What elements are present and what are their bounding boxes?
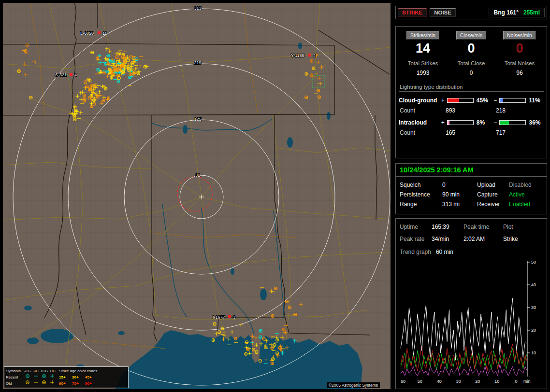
- range-ring-label: 125: [194, 117, 201, 122]
- svg-text:40: 40: [437, 379, 442, 384]
- svg-text:30: 30: [531, 305, 536, 310]
- minus-sign: −: [493, 119, 497, 126]
- status-trend-box: Uptime 165:39 Peak time Plot Peak rate 3…: [395, 218, 547, 389]
- minus-icon: [32, 380, 40, 387]
- intracloud-row: Intracloud + 8% − 36%: [399, 119, 544, 126]
- age-code: 30+: [72, 375, 84, 380]
- intracloud-counts: Count 165 717: [399, 129, 544, 136]
- trend-window-value: 60 min: [436, 249, 453, 255]
- peak-rate-value: 34/min: [432, 236, 463, 242]
- age-code: 75+: [72, 381, 84, 387]
- lightning-map[interactable]: 313 219 125 31 L-6050 11 S-321 4 Y-1186 …: [3, 3, 391, 389]
- legend-col-cgpos: +CG: [40, 368, 48, 374]
- svg-text:50: 50: [531, 260, 536, 265]
- bearing-range-readout: Bng 161° 255mi: [489, 8, 545, 17]
- close-per-min-chip[interactable]: Close/min: [456, 31, 487, 40]
- strikes-per-min-chip[interactable]: Strikes/min: [406, 31, 439, 40]
- noise-toggle-button[interactable]: NOISE: [430, 8, 456, 17]
- cloud-ground-row: Cloud-ground + 45% − 11%: [399, 97, 544, 104]
- squelch-label: Squelch: [400, 182, 442, 188]
- time-settings-box: 10/24/2025 2:09:16 AM Squelch 0 Upload D…: [395, 163, 547, 214]
- age-code: 45+: [85, 375, 97, 380]
- svg-text:Y-1186: Y-1186: [291, 53, 304, 58]
- station-label: L-6050 11: [80, 31, 107, 36]
- noises-per-min-chip[interactable]: Noises/min: [503, 31, 536, 40]
- cg-minus-pct: 11%: [528, 97, 544, 104]
- trend-graph[interactable]: 10203040506050403020100min: [399, 259, 547, 388]
- noises-per-min-value: 0: [495, 41, 544, 56]
- stats-box: Strikes/min 14 Total Strikes 1993 Close/…: [395, 26, 547, 158]
- svg-text:L-6050: L-6050: [80, 31, 94, 36]
- svg-text:4: 4: [74, 72, 77, 77]
- uptime-value: 165:39: [432, 224, 463, 230]
- plus-icon: [48, 380, 57, 387]
- svg-text:4: 4: [313, 53, 316, 58]
- circle-plus-icon: [40, 380, 48, 387]
- persistence-value: 90 min: [442, 191, 477, 198]
- uptime-label: Uptime: [400, 224, 432, 230]
- legend-age-header: Strike age color codes: [57, 368, 127, 374]
- distribution-title: Lightning type distribution: [399, 83, 544, 92]
- cg-minus-count: 218: [496, 107, 506, 114]
- intracloud-label: Intracloud: [399, 119, 439, 126]
- cg-plus-pct: 45%: [476, 97, 492, 104]
- capture-status: Active: [509, 191, 543, 198]
- trend-graph-label: Trend graph: [400, 249, 431, 255]
- legend-col-icpos: +IC: [48, 368, 57, 374]
- side-panel: STRIKE NOISE Bng 161° 255mi Strikes/min …: [395, 0, 547, 392]
- strike-toggle-button[interactable]: STRIKE: [398, 8, 427, 17]
- peak-time-value: 2:02 AM: [463, 236, 503, 242]
- peak-rate-label: Peak rate: [400, 236, 432, 242]
- ic-minus-pct: 36%: [528, 119, 544, 126]
- capture-label: Capture: [477, 191, 509, 198]
- svg-text:20: 20: [475, 379, 480, 384]
- map-area: 313 219 125 31 L-6050 11 S-321 4 Y-1186 …: [3, 3, 391, 389]
- svg-text:I-1677: I-1677: [213, 315, 225, 320]
- plot-label: Plot: [503, 224, 532, 230]
- plot-mode-value: Strike: [503, 236, 532, 242]
- persistence-label: Persistence: [400, 191, 442, 198]
- copyright-text: ©2005 Astrogenic Systems: [327, 382, 380, 388]
- svg-text:50: 50: [418, 379, 422, 384]
- svg-text:40: 40: [531, 282, 536, 287]
- legend-recent-label: Recent: [6, 375, 24, 380]
- legend-symbols-header: Symbols: [6, 368, 24, 374]
- age-code: 15+: [59, 375, 71, 380]
- toolbar: STRIKE NOISE Bng 161° 255mi: [395, 6, 547, 19]
- ic-plus-count: 165: [446, 129, 496, 136]
- symbol-legend: Symbols -CG -IC +CG +IC Strike age color…: [4, 366, 129, 388]
- settings-row: Range 313 mi Receiver Enabled: [400, 201, 543, 208]
- strikes-per-min-value: 14: [399, 41, 447, 56]
- receiver-label: Receiver: [477, 201, 509, 208]
- squelch-value: 0: [442, 182, 477, 188]
- receiver-status: Enabled: [509, 201, 543, 208]
- ic-minus-count: 717: [496, 129, 506, 136]
- svg-text:S-321: S-321: [55, 72, 67, 77]
- range-setting-value: 313 mi: [442, 201, 477, 208]
- datetime-display: 10/24/2025 2:09:16 AM: [396, 164, 547, 177]
- close-per-min-value: 0: [447, 41, 495, 56]
- ic-minus-bar: [499, 120, 526, 125]
- cloud-ground-label: Cloud-ground: [399, 97, 439, 104]
- bearing-value: Bng 161°: [493, 9, 518, 16]
- svg-text:min: min: [523, 379, 531, 384]
- total-noises-label: Total Noises: [495, 60, 544, 66]
- range-ring-label: 219: [194, 60, 201, 65]
- upload-status: Disabled: [509, 182, 543, 188]
- total-close-value: 0: [447, 70, 495, 76]
- total-strikes-value: 1993: [399, 70, 447, 76]
- circle-minus-icon: [24, 380, 32, 387]
- total-noises-value: 96: [495, 70, 544, 76]
- ic-plus-pct: 8%: [476, 119, 492, 126]
- cloud-ground-counts: Count 893 218: [399, 107, 544, 114]
- upload-label: Upload: [477, 182, 509, 188]
- ic-plus-bar: [447, 120, 474, 125]
- plus-sign: +: [441, 119, 445, 126]
- total-close-label: Total Close: [447, 60, 495, 66]
- legend-col-icneg: -IC: [32, 368, 40, 374]
- svg-text:11: 11: [102, 31, 107, 36]
- svg-text:10: 10: [494, 379, 499, 384]
- range-ring-label: 313: [194, 6, 201, 11]
- age-code: 60+: [59, 381, 71, 387]
- svg-text:3: 3: [233, 315, 235, 320]
